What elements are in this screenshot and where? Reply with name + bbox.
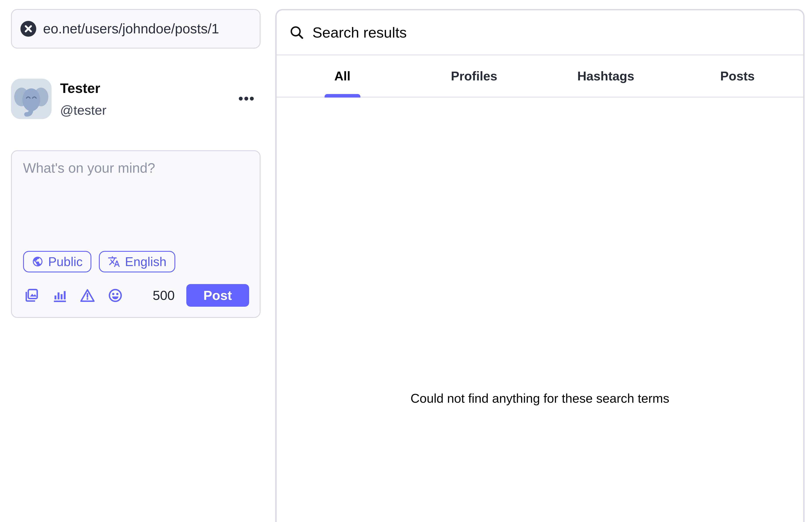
x-circle-icon	[20, 21, 36, 37]
display-name: Tester	[60, 80, 100, 97]
emoji-picker-button[interactable]	[107, 287, 123, 303]
visibility-button[interactable]: Public	[23, 251, 92, 273]
tab-hashtags-label: Hashtags	[577, 69, 634, 83]
url-search-box[interactable]	[11, 9, 260, 48]
language-button[interactable]: English	[99, 251, 175, 273]
tab-profiles-label: Profiles	[451, 69, 497, 83]
mastodon-elephant-avatar-icon	[11, 79, 52, 119]
tab-hashtags[interactable]: Hashtags	[540, 55, 672, 97]
compose-textarea[interactable]	[23, 160, 248, 239]
active-tab-indicator	[324, 94, 360, 98]
compose-toolbar: 500 Post	[23, 284, 249, 307]
search-results-panel: Search results All Profiles Hashtags Pos…	[275, 9, 805, 522]
compose-options-row: Public English	[23, 251, 175, 273]
translate-icon	[108, 255, 120, 268]
add-media-button[interactable]	[23, 287, 39, 303]
tab-profiles[interactable]: Profiles	[408, 55, 540, 97]
tab-posts-label: Posts	[720, 69, 755, 83]
tab-all-label: All	[334, 69, 351, 83]
content-warning-icon	[80, 287, 95, 303]
empty-results-message: Could not find anything for these search…	[277, 98, 804, 406]
search-results-header: Search results	[277, 10, 804, 56]
clear-input-button[interactable]	[20, 21, 36, 37]
post-button[interactable]: Post	[186, 284, 249, 307]
globe-icon	[32, 256, 43, 267]
account-handle: @tester	[60, 102, 106, 118]
avatar	[11, 79, 52, 119]
character-count: 500	[153, 288, 175, 303]
visibility-label: Public	[48, 255, 83, 269]
tab-all[interactable]: All	[277, 55, 408, 97]
ellipsis-icon	[238, 95, 254, 102]
mastodon-app: Tester @tester Public	[0, 0, 812, 522]
language-label: English	[125, 255, 166, 269]
search-icon	[289, 25, 304, 40]
emoji-icon	[108, 288, 123, 303]
url-input[interactable]	[43, 21, 251, 37]
add-poll-button[interactable]	[52, 287, 67, 303]
content-warning-button[interactable]	[80, 287, 95, 303]
more-options-button[interactable]	[238, 94, 255, 103]
media-icon	[23, 287, 39, 303]
poll-icon	[52, 288, 67, 303]
compose-form: Public English	[11, 150, 260, 318]
page-title: Search results	[312, 24, 407, 41]
search-tabs: All Profiles Hashtags Posts	[277, 55, 804, 97]
tab-posts[interactable]: Posts	[672, 55, 803, 97]
